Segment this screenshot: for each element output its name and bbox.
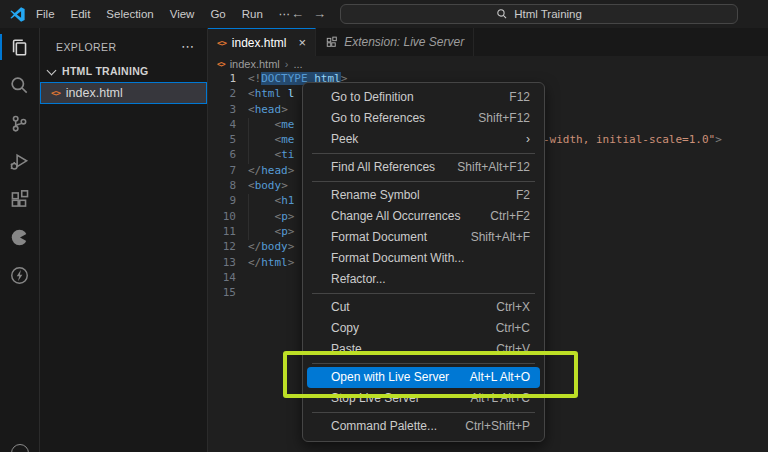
- folder-html-training[interactable]: HTML TRAINING: [40, 60, 207, 82]
- indent-guide: [248, 194, 249, 209]
- menu-item-shortcut: F12: [509, 87, 530, 108]
- menu-item-rename-symbol[interactable]: Rename SymbolF2: [307, 185, 540, 206]
- menu-item-label: Refactor...: [331, 269, 530, 290]
- vscode-logo-icon: [8, 5, 26, 23]
- menu-item-shortcut: Ctrl+Shift+P: [465, 416, 530, 437]
- activity-thunder-client-button[interactable]: [0, 256, 39, 294]
- menu-item-label: Rename Symbol: [331, 185, 516, 206]
- file-label: index.html: [66, 86, 123, 100]
- activity-extensions-button[interactable]: [0, 180, 39, 218]
- menu-edit[interactable]: Edit: [63, 0, 99, 28]
- line-number: 11: [208, 225, 248, 240]
- code-token: [248, 133, 275, 146]
- code-token: </: [248, 164, 261, 177]
- close-tab-button[interactable]: ×: [299, 35, 307, 50]
- code-token: body: [255, 179, 282, 192]
- activity-search-button[interactable]: [0, 66, 39, 104]
- chevron-down-icon: [47, 65, 57, 75]
- activity-live-share-button[interactable]: [0, 218, 39, 256]
- menu-item-label: Format Document With...: [331, 248, 530, 269]
- line-number: 10: [208, 210, 248, 225]
- menu-item-format-document[interactable]: Format DocumentShift+Alt+F: [307, 227, 540, 248]
- back-arrow-button[interactable]: ←: [291, 0, 304, 28]
- thunder-client-icon: [9, 265, 30, 286]
- activity-source-control-button[interactable]: [0, 104, 39, 142]
- line-number: 13: [208, 256, 248, 271]
- tab-index-html[interactable]: <> index.html ×: [208, 28, 316, 56]
- code-token: head: [261, 164, 288, 177]
- menu-item-label: Go to References: [331, 108, 478, 129]
- menu-item-format-document-with[interactable]: Format Document With...: [307, 248, 540, 269]
- explorer-icon: [9, 37, 30, 58]
- menu-view[interactable]: View: [162, 0, 203, 28]
- menu-item-command-palette[interactable]: Command Palette...Ctrl+Shift+P: [307, 416, 540, 437]
- folder-label: HTML TRAINING: [62, 65, 149, 77]
- explorer-sidebar: EXPLORER ⋯ HTML TRAINING <> index.html: [40, 28, 208, 452]
- menu-item-copy[interactable]: CopyCtrl+C: [307, 318, 540, 339]
- code-token: -width, initial-scale=1.0": [543, 133, 715, 146]
- explorer-more-button[interactable]: ⋯: [181, 39, 195, 54]
- menu-item-cut[interactable]: CutCtrl+X: [307, 297, 540, 318]
- menu-run[interactable]: Run: [234, 0, 271, 28]
- menu-item-go-to-references[interactable]: Go to ReferencesShift+F12: [307, 108, 540, 129]
- html-file-icon: <>: [217, 60, 225, 69]
- html-file-icon: <>: [217, 38, 226, 48]
- code-token: DOCTYPE: [261, 72, 307, 85]
- line-number-gutter: 123456789101112131415: [208, 72, 248, 301]
- breadcrumb-more[interactable]: ...: [293, 58, 302, 70]
- line-number: 4: [208, 118, 248, 133]
- activity-explorer-button[interactable]: [0, 28, 39, 66]
- menu-selection[interactable]: Selection: [98, 0, 161, 28]
- tab-label: index.html: [232, 36, 287, 50]
- indent-guide: [248, 133, 249, 148]
- menu-item-shortcut: Ctrl+X: [496, 297, 530, 318]
- tab-label: Extension: Live Server: [344, 35, 464, 49]
- code-token: [248, 210, 275, 223]
- code-token: >: [288, 225, 295, 238]
- breadcrumb-file[interactable]: index.html: [230, 58, 280, 70]
- line-number: 8: [208, 179, 248, 194]
- line-number: 12: [208, 240, 248, 255]
- indent-guide: [248, 210, 249, 225]
- menu-separator: [312, 153, 535, 154]
- code-token: >: [288, 164, 295, 177]
- tab-extension-live-server[interactable]: Extension: Live Server: [316, 28, 474, 56]
- code-token: p: [281, 225, 288, 238]
- code-token: <: [248, 103, 255, 116]
- indent-guide: [248, 148, 249, 163]
- tab-bar: <> index.html × Extension: Live Server: [208, 28, 768, 56]
- menu-item-label: Find All References: [331, 157, 457, 178]
- code-token: >: [281, 103, 288, 116]
- search-icon: [496, 8, 508, 20]
- menu-item-shortcut: Ctrl+C: [496, 318, 530, 339]
- code-token: <: [248, 87, 255, 100]
- menu-item-peek[interactable]: Peek›: [307, 129, 540, 150]
- menu-item-go-to-definition[interactable]: Go to DefinitionF12: [307, 87, 540, 108]
- code-token: me: [281, 118, 294, 131]
- menu-item-refactor[interactable]: Refactor...: [307, 269, 540, 290]
- breadcrumb-separator: ›: [285, 58, 289, 70]
- menu-item-change-all-occurrences[interactable]: Change All OccurrencesCtrl+F2: [307, 206, 540, 227]
- title-bar: FileEditSelectionViewGoRun⋯ ← → Html Tra…: [0, 0, 768, 28]
- command-center-search[interactable]: Html Training: [340, 4, 738, 24]
- forward-arrow-button[interactable]: →: [313, 0, 326, 28]
- menu-item-label: Format Document: [331, 227, 471, 248]
- menu-item-label: Command Palette...: [331, 416, 465, 437]
- extensions-icon: [9, 189, 30, 210]
- breadcrumb[interactable]: <> index.html › ...: [208, 56, 768, 72]
- menu-file[interactable]: File: [28, 0, 63, 28]
- code-line-tail: -width, initial-scale=1.0">: [543, 133, 722, 146]
- account-icon[interactable]: [11, 444, 29, 452]
- activity-bar: [0, 28, 40, 452]
- line-number: 1: [208, 72, 248, 87]
- code-token: ti: [281, 148, 294, 161]
- menu-item-label: Peek: [331, 129, 518, 150]
- line-number: 5: [208, 133, 248, 148]
- activity-run-debug-button[interactable]: [0, 142, 39, 180]
- file-index-html[interactable]: <> index.html: [40, 82, 207, 104]
- line-number: 3: [208, 103, 248, 118]
- menu-item-find-all-references[interactable]: Find All ReferencesShift+Alt+F12: [307, 157, 540, 178]
- menu-bar: FileEditSelectionViewGoRun⋯: [28, 0, 298, 28]
- live-share-icon: [9, 227, 30, 248]
- menu-go[interactable]: Go: [202, 0, 233, 28]
